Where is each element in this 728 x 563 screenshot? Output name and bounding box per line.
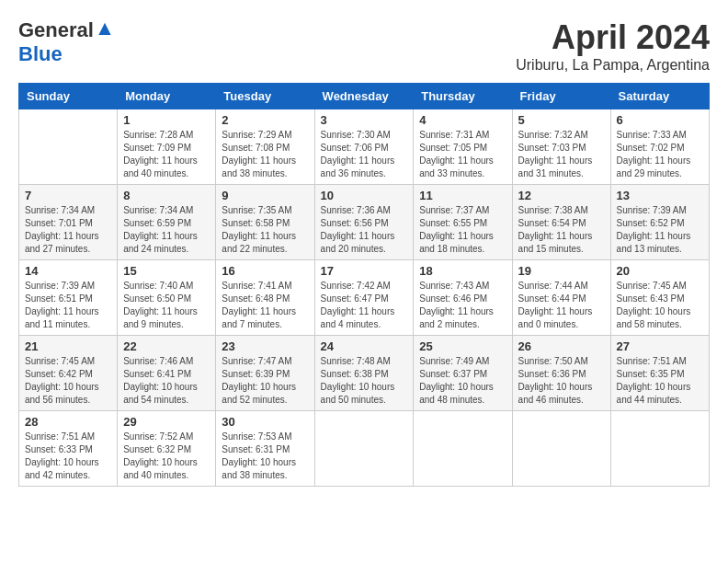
day-number: 18 bbox=[419, 264, 506, 278]
calendar-cell: 6 Sunrise: 7:33 AM Sunset: 7:02 PM Dayli… bbox=[610, 109, 709, 185]
day-info: Sunrise: 7:38 AM Sunset: 6:54 PM Dayligh… bbox=[518, 204, 605, 256]
day-info: Sunrise: 7:46 AM Sunset: 6:41 PM Dayligh… bbox=[123, 355, 210, 407]
day-number: 10 bbox=[321, 189, 408, 202]
logo-icon bbox=[96, 21, 114, 40]
calendar-cell: 24 Sunrise: 7:48 AM Sunset: 6:38 PM Dayl… bbox=[314, 336, 414, 411]
weekday-header: Tuesday bbox=[216, 84, 314, 109]
day-number: 11 bbox=[419, 189, 506, 202]
calendar-cell bbox=[414, 411, 512, 487]
weekday-header: Thursday bbox=[414, 84, 512, 109]
calendar-cell: 19 Sunrise: 7:44 AM Sunset: 6:44 PM Dayl… bbox=[512, 260, 610, 336]
title-area: April 2024 Uriburu, La Pampa, Argentina bbox=[516, 18, 710, 74]
calendar-cell: 16 Sunrise: 7:41 AM Sunset: 6:48 PM Dayl… bbox=[216, 260, 314, 336]
day-number: 24 bbox=[321, 339, 408, 353]
header: General Blue April 2024 Uriburu, La Pamp… bbox=[18, 18, 710, 74]
day-number: 17 bbox=[321, 264, 408, 278]
calendar-cell: 11 Sunrise: 7:37 AM Sunset: 6:55 PM Dayl… bbox=[414, 185, 512, 260]
day-number: 15 bbox=[123, 264, 210, 278]
day-info: Sunrise: 7:47 AM Sunset: 6:39 PM Dayligh… bbox=[222, 355, 308, 407]
day-number: 16 bbox=[222, 264, 308, 278]
calendar-cell: 15 Sunrise: 7:40 AM Sunset: 6:50 PM Dayl… bbox=[118, 260, 216, 336]
calendar-cell: 20 Sunrise: 7:45 AM Sunset: 6:43 PM Dayl… bbox=[610, 260, 709, 336]
day-info: Sunrise: 7:45 AM Sunset: 6:42 PM Dayligh… bbox=[25, 355, 111, 407]
svg-marker-0 bbox=[98, 23, 110, 35]
day-info: Sunrise: 7:37 AM Sunset: 6:55 PM Dayligh… bbox=[419, 204, 506, 256]
day-number: 6 bbox=[617, 113, 703, 127]
day-info: Sunrise: 7:34 AM Sunset: 7:01 PM Dayligh… bbox=[25, 204, 111, 256]
day-info: Sunrise: 7:35 AM Sunset: 6:58 PM Dayligh… bbox=[222, 204, 308, 256]
day-info: Sunrise: 7:51 AM Sunset: 6:35 PM Dayligh… bbox=[617, 355, 703, 407]
day-info: Sunrise: 7:44 AM Sunset: 6:44 PM Dayligh… bbox=[518, 280, 605, 331]
calendar-cell bbox=[314, 411, 414, 487]
calendar-cell: 23 Sunrise: 7:47 AM Sunset: 6:39 PM Dayl… bbox=[216, 336, 314, 411]
calendar-cell: 13 Sunrise: 7:39 AM Sunset: 6:52 PM Dayl… bbox=[610, 185, 709, 260]
day-number: 29 bbox=[123, 415, 210, 429]
calendar-cell: 28 Sunrise: 7:51 AM Sunset: 6:33 PM Dayl… bbox=[19, 411, 118, 487]
day-info: Sunrise: 7:34 AM Sunset: 6:59 PM Dayligh… bbox=[123, 204, 210, 256]
calendar-week-row: 1 Sunrise: 7:28 AM Sunset: 7:09 PM Dayli… bbox=[19, 109, 710, 185]
day-info: Sunrise: 7:49 AM Sunset: 6:37 PM Dayligh… bbox=[419, 355, 506, 407]
day-info: Sunrise: 7:39 AM Sunset: 6:51 PM Dayligh… bbox=[25, 280, 111, 331]
day-info: Sunrise: 7:36 AM Sunset: 6:56 PM Dayligh… bbox=[321, 204, 408, 256]
calendar-week-row: 14 Sunrise: 7:39 AM Sunset: 6:51 PM Dayl… bbox=[19, 260, 710, 336]
day-info: Sunrise: 7:30 AM Sunset: 7:06 PM Dayligh… bbox=[321, 129, 408, 180]
calendar-cell: 26 Sunrise: 7:50 AM Sunset: 6:36 PM Dayl… bbox=[512, 336, 610, 411]
calendar-cell: 7 Sunrise: 7:34 AM Sunset: 7:01 PM Dayli… bbox=[19, 185, 118, 260]
day-number: 21 bbox=[25, 339, 111, 353]
weekday-header: Sunday bbox=[19, 84, 118, 109]
calendar-table: SundayMondayTuesdayWednesdayThursdayFrid… bbox=[18, 83, 710, 487]
weekday-header: Friday bbox=[512, 84, 610, 109]
month-title: April 2024 bbox=[516, 18, 710, 57]
day-info: Sunrise: 7:50 AM Sunset: 6:36 PM Dayligh… bbox=[518, 355, 605, 407]
day-info: Sunrise: 7:51 AM Sunset: 6:33 PM Dayligh… bbox=[25, 431, 111, 482]
day-info: Sunrise: 7:33 AM Sunset: 7:02 PM Dayligh… bbox=[617, 129, 703, 180]
day-info: Sunrise: 7:40 AM Sunset: 6:50 PM Dayligh… bbox=[123, 280, 210, 331]
day-number: 19 bbox=[518, 264, 605, 278]
calendar-cell: 18 Sunrise: 7:43 AM Sunset: 6:46 PM Dayl… bbox=[414, 260, 512, 336]
calendar-week-row: 7 Sunrise: 7:34 AM Sunset: 7:01 PM Dayli… bbox=[19, 185, 710, 260]
day-number: 2 bbox=[222, 113, 308, 127]
logo-general-text: General bbox=[18, 18, 94, 42]
calendar-cell: 29 Sunrise: 7:52 AM Sunset: 6:32 PM Dayl… bbox=[118, 411, 216, 487]
calendar-cell: 25 Sunrise: 7:49 AM Sunset: 6:37 PM Dayl… bbox=[414, 336, 512, 411]
day-info: Sunrise: 7:42 AM Sunset: 6:47 PM Dayligh… bbox=[321, 280, 408, 331]
day-info: Sunrise: 7:41 AM Sunset: 6:48 PM Dayligh… bbox=[222, 280, 308, 331]
day-number: 23 bbox=[222, 339, 308, 353]
day-info: Sunrise: 7:53 AM Sunset: 6:31 PM Dayligh… bbox=[222, 431, 308, 482]
calendar-cell: 22 Sunrise: 7:46 AM Sunset: 6:41 PM Dayl… bbox=[118, 336, 216, 411]
day-number: 4 bbox=[419, 113, 506, 127]
weekday-header: Saturday bbox=[610, 84, 709, 109]
day-number: 20 bbox=[617, 264, 703, 278]
calendar-cell: 8 Sunrise: 7:34 AM Sunset: 6:59 PM Dayli… bbox=[118, 185, 216, 260]
calendar-cell: 2 Sunrise: 7:29 AM Sunset: 7:08 PM Dayli… bbox=[216, 109, 314, 185]
day-info: Sunrise: 7:32 AM Sunset: 7:03 PM Dayligh… bbox=[518, 129, 605, 180]
calendar-cell: 9 Sunrise: 7:35 AM Sunset: 6:58 PM Dayli… bbox=[216, 185, 314, 260]
day-number: 1 bbox=[123, 113, 210, 127]
calendar-cell: 21 Sunrise: 7:45 AM Sunset: 6:42 PM Dayl… bbox=[19, 336, 118, 411]
calendar-cell: 1 Sunrise: 7:28 AM Sunset: 7:09 PM Dayli… bbox=[118, 109, 216, 185]
calendar-cell bbox=[610, 411, 709, 487]
location-title: Uriburu, La Pampa, Argentina bbox=[516, 57, 710, 74]
calendar-cell: 30 Sunrise: 7:53 AM Sunset: 6:31 PM Dayl… bbox=[216, 411, 314, 487]
day-number: 27 bbox=[617, 339, 703, 353]
calendar-cell: 27 Sunrise: 7:51 AM Sunset: 6:35 PM Dayl… bbox=[610, 336, 709, 411]
calendar-cell bbox=[19, 109, 118, 185]
day-number: 22 bbox=[123, 339, 210, 353]
day-number: 9 bbox=[222, 189, 308, 202]
calendar-cell: 3 Sunrise: 7:30 AM Sunset: 7:06 PM Dayli… bbox=[314, 109, 414, 185]
day-number: 5 bbox=[518, 113, 605, 127]
calendar-week-row: 21 Sunrise: 7:45 AM Sunset: 6:42 PM Dayl… bbox=[19, 336, 710, 411]
calendar-cell: 14 Sunrise: 7:39 AM Sunset: 6:51 PM Dayl… bbox=[19, 260, 118, 336]
calendar-header-row: SundayMondayTuesdayWednesdayThursdayFrid… bbox=[19, 84, 710, 109]
day-number: 12 bbox=[518, 189, 605, 202]
day-number: 26 bbox=[518, 339, 605, 353]
day-info: Sunrise: 7:29 AM Sunset: 7:08 PM Dayligh… bbox=[222, 129, 308, 180]
calendar-cell: 17 Sunrise: 7:42 AM Sunset: 6:47 PM Dayl… bbox=[314, 260, 414, 336]
day-info: Sunrise: 7:45 AM Sunset: 6:43 PM Dayligh… bbox=[617, 280, 703, 331]
day-info: Sunrise: 7:48 AM Sunset: 6:38 PM Dayligh… bbox=[321, 355, 408, 407]
day-number: 7 bbox=[25, 189, 111, 202]
day-number: 28 bbox=[25, 415, 111, 429]
logo: General Blue bbox=[18, 18, 114, 66]
day-number: 13 bbox=[617, 189, 703, 202]
day-number: 3 bbox=[321, 113, 408, 127]
